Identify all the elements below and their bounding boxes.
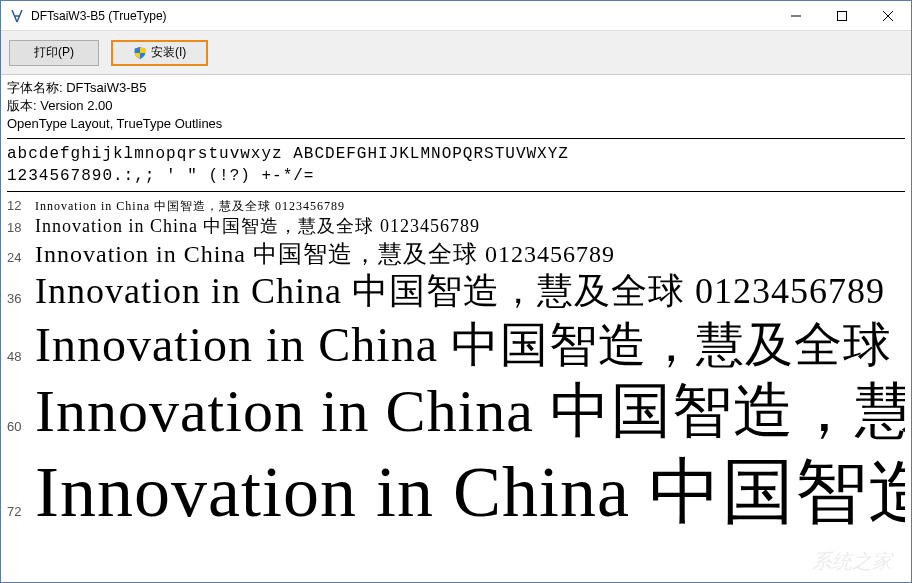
- svg-rect-1: [838, 11, 847, 20]
- sample-size-label: 24: [7, 250, 35, 266]
- shield-icon: [133, 46, 147, 60]
- font-version-line: 版本: Version 2.00: [7, 97, 905, 115]
- divider: [7, 191, 905, 192]
- sample-size-label: 18: [7, 220, 35, 236]
- font-layout-line: OpenType Layout, TrueType Outlines: [7, 115, 905, 133]
- charset-symbols: 1234567890.:,; ' " (!?) +-*/=: [7, 165, 905, 187]
- sample-text: Innovation in China 中国智造，慧及全球 0123456789: [35, 316, 905, 374]
- sample-text: Innovation in China 中国智造，慧及全球 0123456789: [35, 240, 615, 269]
- sample-size-label: 12: [7, 198, 35, 214]
- divider: [7, 138, 905, 139]
- sample-size-label: 36: [7, 291, 35, 307]
- sample-row: 60Innovation in China 中国智造，慧及全球 01234567…: [7, 375, 905, 447]
- close-button[interactable]: [865, 1, 911, 30]
- maximize-button[interactable]: [819, 1, 865, 30]
- minimize-button[interactable]: [773, 1, 819, 30]
- font-file-icon: [9, 8, 25, 24]
- sample-size-label: 60: [7, 419, 35, 435]
- sample-text: Innovation in China 中国智造，慧及全球 0123456789: [35, 270, 885, 313]
- sample-row: 36Innovation in China 中国智造，慧及全球 01234567…: [7, 270, 905, 313]
- print-button[interactable]: 打印(P): [9, 40, 99, 66]
- sample-size-label: 72: [7, 504, 35, 520]
- sample-text: Innovation in China 中国智造，慧及全球 0123456789: [35, 375, 905, 447]
- sample-size-label: 48: [7, 349, 35, 365]
- install-button[interactable]: 安装(I): [111, 40, 208, 66]
- titlebar: DFTsaiW3-B5 (TrueType): [1, 1, 911, 31]
- install-button-label: 安装(I): [151, 44, 186, 61]
- sample-text: Innovation in China 中国智造，慧及全球 0123456789: [35, 199, 345, 213]
- sample-row: 12Innovation in China 中国智造，慧及全球 01234567…: [7, 198, 905, 214]
- sample-list: 12Innovation in China 中国智造，慧及全球 01234567…: [7, 196, 905, 535]
- content-area: 字体名称: DFTsaiW3-B5 版本: Version 2.00 OpenT…: [1, 75, 911, 582]
- sample-row: 48Innovation in China 中国智造，慧及全球 01234567…: [7, 316, 905, 374]
- sample-text: Innovation in China 中国智造，慧及全球 0123456789: [35, 449, 905, 535]
- sample-row: 18Innovation in China 中国智造，慧及全球 01234567…: [7, 216, 905, 238]
- sample-row: 24Innovation in China 中国智造，慧及全球 01234567…: [7, 240, 905, 269]
- sample-row: 72Innovation in China 中国智造，慧及全球 01234567…: [7, 449, 905, 535]
- font-name-line: 字体名称: DFTsaiW3-B5: [7, 79, 905, 97]
- charset-alpha: abcdefghijklmnopqrstuvwxyz ABCDEFGHIJKLM…: [7, 143, 905, 165]
- window-controls: [773, 1, 911, 30]
- toolbar: 打印(P) 安装(I): [1, 31, 911, 75]
- sample-text: Innovation in China 中国智造，慧及全球 0123456789: [35, 216, 480, 238]
- print-button-label: 打印(P): [34, 44, 74, 61]
- window-title: DFTsaiW3-B5 (TrueType): [31, 9, 773, 23]
